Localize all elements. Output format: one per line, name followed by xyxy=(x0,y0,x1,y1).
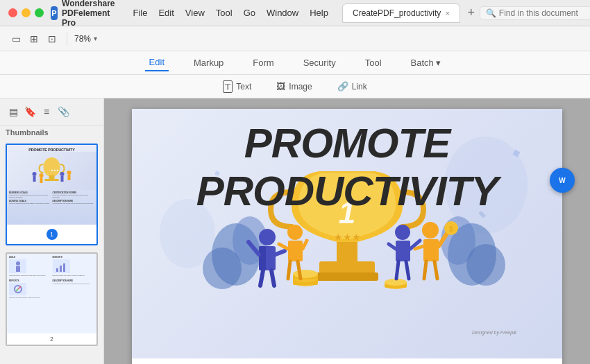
svg-line-54 xyxy=(303,241,307,249)
image-icon: 🖼 xyxy=(276,81,285,92)
svg-line-69 xyxy=(424,261,426,279)
svg-text:$: $ xyxy=(449,225,453,233)
menu-tool[interactable]: Tool xyxy=(216,8,233,18)
svg-rect-16 xyxy=(63,263,65,272)
menu-edit[interactable]: Edit xyxy=(158,8,174,18)
thumbnail-page-1[interactable]: PROMOTE PRODUCTIVITY xyxy=(6,144,98,245)
search-bar: 🔍 xyxy=(480,6,590,20)
svg-point-51 xyxy=(287,225,303,240)
sub-toolbar: T Text 🖼 Image 🔗 Link xyxy=(0,75,590,98)
text-icon: T xyxy=(223,80,233,93)
sidebar-icon-row: ▤ 🔖 ≡ 📎 xyxy=(0,98,103,125)
nav-menu: Edit Markup Form Security Tool Batch ▾ xyxy=(0,51,590,75)
svg-text:★★★: ★★★ xyxy=(334,232,361,243)
sidebar: ▤ 🔖 ≡ 📎 Thumbnails PROMOTE PRODUCTIVITY xyxy=(0,98,104,364)
new-tab-button[interactable]: + xyxy=(463,5,480,21)
zoom-dropdown-icon[interactable]: ▾ xyxy=(94,35,97,42)
zoom-level: 78% xyxy=(74,34,91,44)
svg-text:Designed by Freepik: Designed by Freepik xyxy=(472,330,517,336)
svg-rect-52 xyxy=(288,241,303,261)
svg-point-8 xyxy=(40,173,44,177)
zoom-area: 78% ▾ xyxy=(74,34,97,44)
app-logo: P xyxy=(51,6,58,20)
svg-point-57 xyxy=(395,225,410,240)
fit-icon[interactable]: ⊡ xyxy=(44,31,60,46)
nav-batch[interactable]: Batch ▾ xyxy=(407,55,446,71)
text-tool[interactable]: T Text xyxy=(217,78,257,96)
tab-close-icon[interactable]: × xyxy=(445,9,449,17)
main-area: ▤ 🔖 ≡ 📎 Thumbnails PROMOTE PRODUCTIVITY xyxy=(0,98,590,364)
pdf-viewer: W PROMOTE PRODUCTIVITY xyxy=(104,98,590,364)
svg-rect-7 xyxy=(68,175,71,180)
svg-point-30 xyxy=(466,244,505,286)
svg-rect-31 xyxy=(337,242,357,263)
svg-line-49 xyxy=(260,270,263,286)
svg-rect-2 xyxy=(45,179,59,181)
page-view-icon[interactable]: ▭ xyxy=(8,31,24,46)
tab-title: CreatePDF_productivity xyxy=(353,8,441,18)
svg-rect-1 xyxy=(49,175,55,179)
bookmarks-icon[interactable]: 🔖 xyxy=(22,104,37,119)
nav-form[interactable]: Form xyxy=(248,55,278,71)
svg-rect-11 xyxy=(61,176,64,182)
svg-point-27 xyxy=(203,248,242,289)
page-number-2: 2 xyxy=(50,336,53,343)
nav-edit[interactable]: Edit xyxy=(145,54,169,71)
svg-rect-13 xyxy=(16,266,20,272)
text-label: Text xyxy=(236,82,251,92)
pdf-title: PROMOTE PRODUCTIVITY xyxy=(132,119,562,215)
svg-line-68 xyxy=(415,246,423,249)
search-input[interactable] xyxy=(499,8,590,18)
image-tool[interactable]: 🖼 Image xyxy=(271,78,317,94)
svg-rect-46 xyxy=(259,246,266,270)
menu-window[interactable]: Window xyxy=(267,8,298,18)
thumbnails-icon[interactable]: ▤ xyxy=(6,104,21,119)
tab-bar: CreatePDF_productivity × + xyxy=(342,3,480,23)
link-label: Link xyxy=(352,82,367,92)
main-toolbar: ▭ ⊞ ⊡ 78% ▾ xyxy=(0,26,590,51)
pdf-page: PROMOTE PRODUCTIVITY xyxy=(132,109,562,364)
pdf-header-image: PROMOTE PRODUCTIVITY xyxy=(132,109,562,358)
thumbnail-page-2[interactable]: AGILE Agile methodology content here lor… xyxy=(6,252,98,346)
menu-file[interactable]: File xyxy=(133,8,147,18)
thumbnails-label: Thumbnails xyxy=(0,125,103,138)
thumbnail-container: PROMOTE PRODUCTIVITY xyxy=(0,138,103,352)
search-icon: 🔍 xyxy=(486,8,496,18)
nav-security[interactable]: Security xyxy=(299,55,340,71)
app-name: Wondershare PDFelement Pro xyxy=(62,0,121,28)
svg-rect-33 xyxy=(316,272,378,281)
menu-go[interactable]: Go xyxy=(244,8,255,18)
svg-point-6 xyxy=(67,171,71,175)
pdf-cert-section: CERTIFICATION FORMS xyxy=(347,358,562,364)
svg-point-10 xyxy=(60,172,65,176)
svg-rect-5 xyxy=(33,176,36,182)
chevron-down-icon: ▾ xyxy=(436,58,441,68)
menu-help[interactable]: Help xyxy=(310,8,328,18)
assistant-button[interactable]: W xyxy=(550,168,575,193)
svg-line-55 xyxy=(288,261,290,279)
mini-trophy-scene: ★★★ xyxy=(7,152,96,190)
app-icon-area: P Wondershare PDFelement Pro xyxy=(51,0,121,28)
minimize-button[interactable] xyxy=(22,8,31,17)
attachments-icon[interactable]: 📎 xyxy=(56,104,71,119)
svg-line-70 xyxy=(435,261,437,279)
tab-createpdf[interactable]: CreatePDF_productivity × xyxy=(342,3,460,23)
grid-view-icon[interactable]: ⊞ xyxy=(26,31,42,46)
link-icon: 🔗 xyxy=(337,81,348,92)
annotations-icon[interactable]: ≡ xyxy=(39,104,54,119)
svg-line-62 xyxy=(406,261,409,279)
sep1 xyxy=(67,32,67,46)
title-bar: P Wondershare PDFelement Pro File Edit V… xyxy=(0,0,590,26)
nav-tool[interactable]: Tool xyxy=(361,55,386,71)
link-tool[interactable]: 🔗 Link xyxy=(332,78,373,94)
close-button[interactable] xyxy=(8,8,17,17)
svg-point-44 xyxy=(259,229,276,245)
maximize-button[interactable] xyxy=(35,8,44,17)
assistant-icon: W xyxy=(555,173,569,187)
svg-point-0 xyxy=(44,157,60,177)
svg-rect-58 xyxy=(396,241,410,261)
nav-markup[interactable]: Markup xyxy=(189,55,228,71)
page-number-1: 1 xyxy=(47,229,58,240)
pdf-bottom-content: The oil and gas industry is one of the m… xyxy=(132,358,562,364)
menu-view[interactable]: View xyxy=(185,8,205,18)
